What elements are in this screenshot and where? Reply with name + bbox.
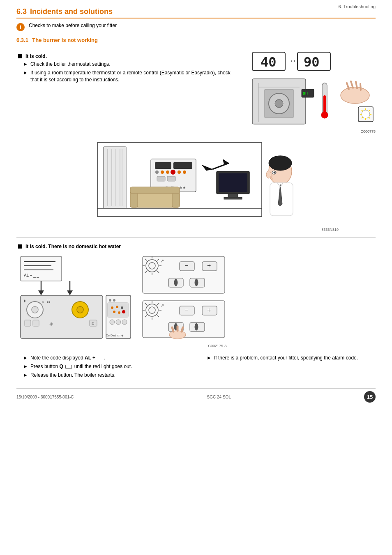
svg-text:8U: 8U <box>303 92 308 96</box>
arrow-icon-b1: ► <box>23 355 28 361</box>
svg-point-70 <box>274 172 276 174</box>
svg-line-20 <box>360 84 361 90</box>
svg-point-102 <box>116 306 118 308</box>
svg-rect-48 <box>157 176 165 181</box>
section-divider <box>16 237 376 238</box>
cold-section: It is cold. ► Check the boiler thermosta… <box>16 50 376 134</box>
arrow-icon-1: ► <box>23 61 28 67</box>
svg-point-103 <box>121 306 123 309</box>
svg-text:↗: ↗ <box>160 303 164 308</box>
svg-point-15 <box>321 112 328 118</box>
svg-text:✦: ✦ <box>23 298 27 304</box>
bottom-arrow-r1: ► If there is a problem, contact your fi… <box>207 355 376 362</box>
svg-point-63 <box>269 156 292 170</box>
svg-rect-56 <box>219 173 247 192</box>
svg-point-80 <box>32 306 38 313</box>
svg-text:☷: ☷ <box>47 299 50 304</box>
square-bullet-icon <box>18 54 22 58</box>
bottom-text-1: Note the code displayed AL + _ _. <box>30 355 105 362</box>
svg-point-85 <box>77 306 83 313</box>
arrow-icon-2: ► <box>23 70 28 76</box>
svg-text:40: 40 <box>261 54 277 70</box>
svg-point-104 <box>122 310 125 313</box>
page-number: 15 <box>364 391 376 403</box>
bullet-cold-dhw: It is cold. There is no domestic hot wat… <box>18 244 376 249</box>
svg-point-94 <box>109 299 111 302</box>
svg-point-44 <box>166 170 169 174</box>
svg-point-42 <box>155 170 159 174</box>
svg-rect-14 <box>323 95 326 114</box>
svg-rect-49 <box>167 176 175 181</box>
two-col-bullets: ► Note the code displayed AL + _ _. ► Pr… <box>16 353 376 380</box>
room-illustration-container: De Dietrich ◈ <box>16 138 376 227</box>
bullet-it-is-cold: It is cold. <box>18 53 240 59</box>
svg-point-105 <box>118 311 120 314</box>
svg-text:−: − <box>184 262 188 269</box>
svg-rect-57 <box>228 194 238 197</box>
col-bullets-right: ► If there is a problem, contact your fi… <box>200 353 376 380</box>
svg-text:De Dietrich ◈: De Dietrich ◈ <box>106 334 124 337</box>
svg-point-135 <box>149 307 155 313</box>
it-is-cold-label: It is cold. <box>25 53 47 59</box>
svg-rect-87 <box>33 320 39 326</box>
svg-point-95 <box>113 299 115 302</box>
info-row: i Checks to make before calling your fit… <box>16 23 376 31</box>
page-wrapper: 6. Troubleshooting 6.3 Incidents and sol… <box>0 0 392 419</box>
sub-section-heading: 6.3.1 The burner is not working <box>16 37 376 45</box>
bottom-arrow-3: ► Release the button. The boiler restart… <box>23 372 192 379</box>
right-controls-stack: ↗ − + <box>141 254 227 348</box>
svg-text:⌂: ⌂ <box>42 299 44 304</box>
square-bullet-icon-2 <box>18 244 22 249</box>
svg-point-97 <box>110 320 115 325</box>
cold-arrow-2: ► If using a room temperature thermostat… <box>23 69 240 83</box>
cold-content: It is cold. ► Check the boiler thermosta… <box>16 50 240 85</box>
svg-point-47 <box>183 170 186 174</box>
top-right-label: 6. Troubleshooting <box>338 4 376 9</box>
svg-rect-58 <box>224 197 242 199</box>
bottom-text-2: Press button Q until the red light goes … <box>30 363 132 370</box>
svg-text:−: − <box>184 306 188 313</box>
info-icon: i <box>16 23 25 31</box>
svg-point-101 <box>111 306 113 309</box>
image-caption-3: C002175-A <box>141 344 227 348</box>
image-caption-2: 8666N319 <box>16 228 339 232</box>
info-text: Checks to make before calling your fitte… <box>29 23 117 28</box>
thermostat-image-area: 40 ↔ 90 8U <box>248 50 376 134</box>
section-number: 6.3 <box>16 7 27 16</box>
control-panel-top-svg: ↗ − + <box>141 254 227 295</box>
arrow-icon-r1: ► <box>207 355 212 361</box>
arrow-icon-b3: ► <box>23 372 28 378</box>
boiler-img-left: AL + _ _ ✦ ⌂ ☷ <box>16 254 136 341</box>
svg-marker-77 <box>38 290 44 295</box>
svg-text:+: + <box>207 306 211 313</box>
svg-text:↔: ↔ <box>289 57 297 65</box>
cold-dhw-label: It is cold. There is no domestic hot wat… <box>25 244 121 249</box>
svg-line-18 <box>351 81 353 88</box>
boiler-images-row: AL + _ _ ✦ ⌂ ☷ <box>16 254 376 348</box>
section-title: Incidents and solutions <box>30 7 113 16</box>
control-panel-bottom-svg: ↗ − + <box>141 299 227 340</box>
arrow-icon-b2: ► <box>23 364 28 369</box>
bottom-text-r1: If there is a problem, contact your fitt… <box>214 355 358 362</box>
svg-rect-96 <box>108 303 128 317</box>
svg-point-43 <box>161 170 164 174</box>
svg-marker-92 <box>67 290 73 295</box>
svg-text:D: D <box>92 322 95 326</box>
page-footer: 15/10/2009 - 300017555-001-C SGC 24 SOL … <box>16 388 376 403</box>
footer-model: SGC 24 SOL <box>207 395 231 399</box>
svg-rect-54 <box>130 187 180 193</box>
section-heading: 6.3 Incidents and solutions <box>16 7 376 18</box>
svg-point-68 <box>266 171 271 178</box>
sub-section-title: The burner is not working <box>32 37 98 43</box>
bottom-text-3: Release the button. The boiler restarts. <box>30 372 115 379</box>
cold-text-1: Check the boiler thermostat settings. <box>30 61 111 68</box>
svg-point-10 <box>275 99 283 108</box>
svg-line-146 <box>172 327 173 332</box>
svg-text:+: + <box>207 262 211 269</box>
svg-text:AL + _ _: AL + _ _ <box>24 273 39 278</box>
svg-rect-33 <box>104 147 126 208</box>
svg-point-45 <box>171 170 175 175</box>
col-bullets-left: ► Note the code displayed AL + _ _. ► Pr… <box>16 353 192 380</box>
svg-line-145 <box>182 327 183 332</box>
thermostat-svg: 40 ↔ 90 8U <box>248 50 376 126</box>
